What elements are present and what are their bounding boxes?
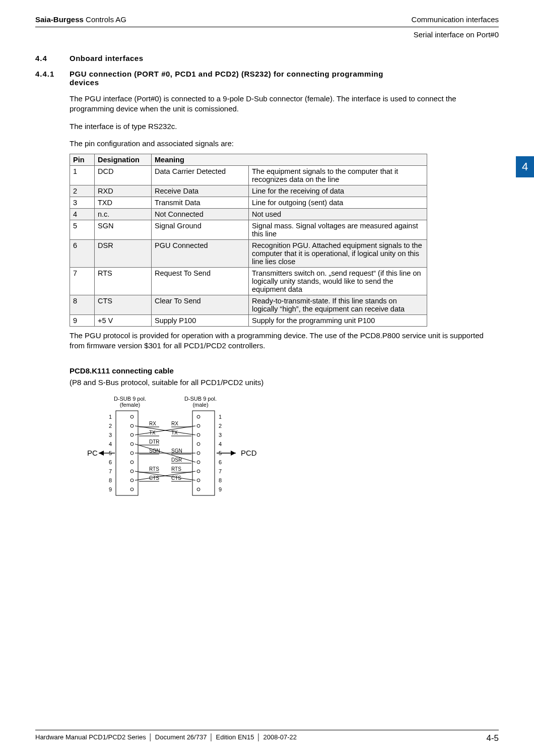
svg-point-11 bbox=[130, 424, 134, 427]
footer-part: Edition EN15 bbox=[216, 733, 254, 741]
svg-text:DTR: DTR bbox=[149, 439, 160, 445]
table-cell: Supply for the programming unit P100 bbox=[249, 315, 427, 327]
connector-diagram: D-SUB 9 pol.(female)D-SUB 9 pol.(male)11… bbox=[70, 392, 499, 509]
company-name: Saia-Burgess Controls AG bbox=[35, 15, 126, 24]
header-sub-right: Serial interface on Port#0 bbox=[35, 30, 499, 39]
table-cell: SGN bbox=[95, 220, 152, 240]
table-cell: Receive Data bbox=[152, 185, 249, 197]
svg-text:6: 6 bbox=[219, 459, 222, 465]
svg-text:7: 7 bbox=[219, 468, 222, 474]
table-row: 7RTSRequest To SendTransmitters switch o… bbox=[70, 268, 427, 295]
svg-point-7 bbox=[130, 415, 134, 418]
svg-point-35 bbox=[130, 479, 134, 482]
table-row: 8CTSClear To SendReady-to-transmit-state… bbox=[70, 295, 427, 315]
table-cell: 1 bbox=[70, 166, 95, 185]
table-cell: Not used bbox=[249, 209, 427, 220]
table-cell: 6 bbox=[70, 240, 95, 268]
svg-text:3: 3 bbox=[109, 432, 112, 438]
footer-part: 2008-07-22 bbox=[263, 733, 297, 741]
table-cell: TXD bbox=[95, 197, 152, 209]
svg-text:4: 4 bbox=[109, 441, 112, 447]
svg-marker-77 bbox=[231, 451, 236, 456]
table-cell: The equipment signals to the computer th… bbox=[249, 166, 427, 185]
svg-text:(female): (female) bbox=[120, 402, 140, 408]
svg-text:PCD: PCD bbox=[241, 449, 257, 457]
svg-point-25 bbox=[197, 452, 200, 455]
chapter-side-tab: 4 bbox=[516, 156, 534, 177]
page-footer: Hardware Manual PCD1/PCD2 Series│Documen… bbox=[35, 730, 499, 743]
footer-part: Hardware Manual PCD1/PCD2 Series bbox=[35, 733, 146, 741]
svg-text:SGN: SGN bbox=[171, 448, 182, 454]
table-cell: CTS bbox=[95, 295, 152, 315]
th-pin: Pin bbox=[70, 154, 95, 166]
page-number: 4-5 bbox=[486, 733, 499, 743]
section-4-4-1-title: PGU connection (PORT #0, PCD1 and PCD2) … bbox=[70, 70, 392, 87]
svg-point-31 bbox=[130, 470, 134, 473]
svg-marker-74 bbox=[99, 451, 104, 456]
svg-point-15 bbox=[130, 433, 134, 436]
svg-text:PC: PC bbox=[87, 449, 98, 457]
svg-point-19 bbox=[130, 443, 134, 446]
table-row: 4n.c.Not ConnectedNot used bbox=[70, 209, 427, 220]
table-cell: 2 bbox=[70, 185, 95, 197]
paragraph-1: The PGU interface (Port#0) is connected … bbox=[70, 94, 499, 114]
table-cell: Transmit Data bbox=[152, 197, 249, 209]
table-cell: Signal Ground bbox=[152, 220, 249, 240]
cable-title: PCD8.K111 connecting cable bbox=[70, 366, 499, 375]
svg-text:RTS: RTS bbox=[149, 466, 159, 472]
table-cell: Recognition PGU. Attached equipment sign… bbox=[249, 240, 427, 268]
header-right: Communication interfaces bbox=[412, 15, 499, 24]
table-cell: Line for outgoing (sent) data bbox=[249, 197, 427, 209]
table-row: 6DSRPGU ConnectedRecognition PGU. Attach… bbox=[70, 240, 427, 268]
svg-text:D-SUB 9 pol.: D-SUB 9 pol. bbox=[114, 396, 146, 402]
table-cell: 5 bbox=[70, 220, 95, 240]
th-meaning: Meaning bbox=[152, 154, 427, 166]
th-designation: Designation bbox=[95, 154, 152, 166]
svg-point-41 bbox=[197, 488, 200, 491]
svg-point-37 bbox=[197, 479, 200, 482]
company-rest: Controls AG bbox=[84, 15, 126, 24]
table-cell: Request To Send bbox=[152, 268, 249, 295]
svg-text:9: 9 bbox=[109, 486, 112, 492]
paragraph-3: The pin configuration and associated sig… bbox=[70, 139, 499, 149]
table-cell: DCD bbox=[95, 166, 152, 185]
table-row: 3TXDTransmit DataLine for outgoing (sent… bbox=[70, 197, 427, 209]
section-4-4-1-number: 4.4.1 bbox=[35, 70, 70, 87]
pin-table: Pin Designation Meaning 1DCDData Carrier… bbox=[70, 154, 427, 327]
table-row: 2RXDReceive DataLine for the receiving o… bbox=[70, 185, 427, 197]
table-cell: 8 bbox=[70, 295, 95, 315]
svg-text:4: 4 bbox=[219, 441, 222, 447]
table-cell: Clear To Send bbox=[152, 295, 249, 315]
svg-point-17 bbox=[197, 433, 200, 436]
table-cell: Transmitters switch on. „send request“ (… bbox=[249, 268, 427, 295]
svg-text:(male): (male) bbox=[192, 402, 208, 408]
svg-rect-5 bbox=[192, 411, 215, 495]
section-4-4-number: 4.4 bbox=[35, 54, 70, 62]
table-cell: Ready-to-transmit-state. If this line st… bbox=[249, 295, 427, 315]
svg-text:7: 7 bbox=[109, 468, 112, 474]
svg-text:2: 2 bbox=[109, 423, 112, 429]
cable-subtitle: (P8 and S-Bus protocol, suitable for all… bbox=[70, 378, 499, 387]
svg-text:TX: TX bbox=[171, 430, 178, 435]
company-bold: Saia-Burgess bbox=[35, 15, 84, 24]
table-cell: RTS bbox=[95, 268, 152, 295]
table-cell: +5 V bbox=[95, 315, 152, 327]
table-row: 1DCDData Carrier DetectedThe equipment s… bbox=[70, 166, 427, 185]
svg-text:8: 8 bbox=[219, 477, 222, 483]
table-cell: RXD bbox=[95, 185, 152, 197]
table-cell: DSR bbox=[95, 240, 152, 268]
svg-text:DSR: DSR bbox=[171, 457, 182, 463]
svg-text:RX: RX bbox=[171, 421, 178, 426]
footer-left: Hardware Manual PCD1/PCD2 Series│Documen… bbox=[35, 733, 297, 743]
svg-text:1: 1 bbox=[109, 414, 112, 420]
footer-part: Document 26/737 bbox=[155, 733, 207, 741]
page-header: Saia-Burgess Controls AG Communication i… bbox=[35, 15, 499, 27]
svg-text:D-SUB 9 pol.: D-SUB 9 pol. bbox=[184, 396, 217, 402]
table-cell: Supply P100 bbox=[152, 315, 249, 327]
svg-point-33 bbox=[197, 470, 200, 473]
section-4-4-title: Onboard interfaces bbox=[70, 54, 144, 62]
svg-text:RTS: RTS bbox=[171, 466, 181, 472]
svg-text:3: 3 bbox=[219, 432, 222, 438]
svg-point-23 bbox=[130, 452, 134, 455]
table-row: 9+5 VSupply P100Supply for the programmi… bbox=[70, 315, 427, 327]
